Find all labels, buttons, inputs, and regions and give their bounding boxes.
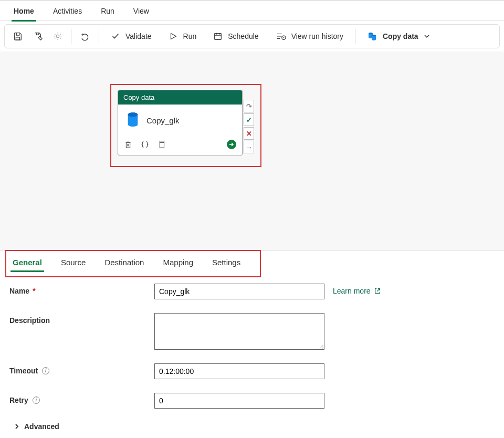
external-link-icon	[374, 287, 381, 295]
gear-icon	[53, 32, 62, 41]
schedule-button[interactable]: Schedule	[206, 28, 266, 44]
svg-rect-1	[215, 34, 222, 40]
activity-name-label: Copy_glk	[146, 116, 180, 125]
tab-mapping[interactable]: Mapping	[154, 251, 202, 273]
info-icon[interactable]: i	[42, 367, 49, 374]
tab-general[interactable]: General	[4, 251, 50, 273]
name-label: Name*	[9, 284, 154, 295]
handle-success[interactable]: ✓	[244, 113, 254, 126]
delete-icon[interactable]	[123, 140, 133, 149]
code-braces-icon[interactable]	[140, 140, 150, 149]
validate-button[interactable]: Validate	[103, 28, 159, 44]
history-icon	[276, 32, 286, 41]
activity-footer	[118, 136, 242, 155]
run-activity-icon[interactable]	[226, 139, 237, 150]
save-icon	[13, 32, 23, 41]
timeout-input[interactable]	[154, 363, 324, 379]
save-as-icon	[33, 32, 43, 41]
save-button[interactable]	[9, 28, 27, 44]
activity-node[interactable]: Copy data Copy_glk	[118, 90, 243, 155]
svg-point-0	[56, 35, 59, 37]
timeout-label: Timeout i	[9, 363, 154, 375]
copy-data-label: Copy data	[383, 32, 418, 40]
tab-source[interactable]: Source	[52, 251, 94, 273]
name-input[interactable]	[154, 284, 324, 299]
description-label: Description	[9, 313, 154, 325]
database-icon	[125, 112, 140, 129]
schedule-label: Schedule	[228, 32, 258, 40]
info-icon[interactable]: i	[33, 397, 40, 404]
copy-data-activity-button[interactable]: Copy data	[360, 28, 437, 45]
copy-data-icon	[367, 31, 377, 41]
description-textarea[interactable]	[154, 313, 324, 350]
settings-button[interactable]	[49, 28, 67, 44]
toolbar-divider	[355, 29, 355, 44]
play-icon	[169, 32, 178, 41]
validate-label: Validate	[125, 32, 152, 40]
run-label: Run	[183, 32, 197, 40]
activity-output-handles: ↷ ✓ ✕ →	[244, 100, 254, 153]
property-panel: General Source Destination Mapping Setti…	[0, 251, 504, 438]
retry-input[interactable]	[154, 393, 324, 409]
activity-type-label: Copy data	[118, 90, 242, 105]
save-as-button[interactable]	[29, 28, 47, 44]
run-button[interactable]: Run	[161, 28, 204, 44]
learn-more-link[interactable]: Learn more	[333, 284, 381, 295]
view-run-history-button[interactable]: View run history	[268, 28, 351, 44]
undo-icon	[80, 31, 90, 41]
menu-tab-run[interactable]: Run	[91, 1, 124, 22]
activity-body: Copy_glk	[118, 105, 242, 136]
copy-icon[interactable]	[157, 140, 166, 149]
menu-bar: Home Activities Run View	[0, 0, 504, 21]
pipeline-canvas[interactable]: Copy data Copy_glk ↷ ✓ ✕ →	[0, 51, 504, 251]
tab-destination[interactable]: Destination	[96, 251, 152, 273]
property-tabs: General Source Destination Mapping Setti…	[0, 251, 504, 273]
undo-button[interactable]	[76, 28, 94, 45]
history-label: View run history	[291, 32, 343, 40]
tab-settings[interactable]: Settings	[204, 251, 249, 273]
retry-label: Retry i	[9, 393, 154, 404]
toolbar: Validate Run Schedule View run history C…	[4, 24, 500, 48]
toolbar-container: Validate Run Schedule View run history C…	[0, 21, 504, 51]
handle-completion[interactable]: →	[244, 141, 254, 153]
menu-tab-home[interactable]: Home	[4, 1, 44, 22]
required-indicator: *	[33, 287, 35, 295]
chevron-down-icon	[424, 33, 430, 39]
handle-failure[interactable]: ✕	[244, 127, 254, 140]
menu-tab-view[interactable]: View	[124, 1, 159, 22]
toolbar-divider	[71, 29, 71, 44]
calendar-icon	[213, 32, 223, 41]
svg-rect-7	[160, 142, 164, 148]
advanced-toggle[interactable]: Advanced	[9, 422, 495, 431]
menu-tab-activities[interactable]: Activities	[44, 1, 91, 22]
svg-point-6	[128, 112, 138, 117]
toolbar-divider	[99, 29, 99, 44]
check-icon	[111, 32, 120, 41]
general-form: Name* Learn more Description Timeout i R…	[0, 273, 504, 431]
handle-skip[interactable]: ↷	[244, 100, 254, 112]
chevron-right-icon	[14, 423, 20, 430]
